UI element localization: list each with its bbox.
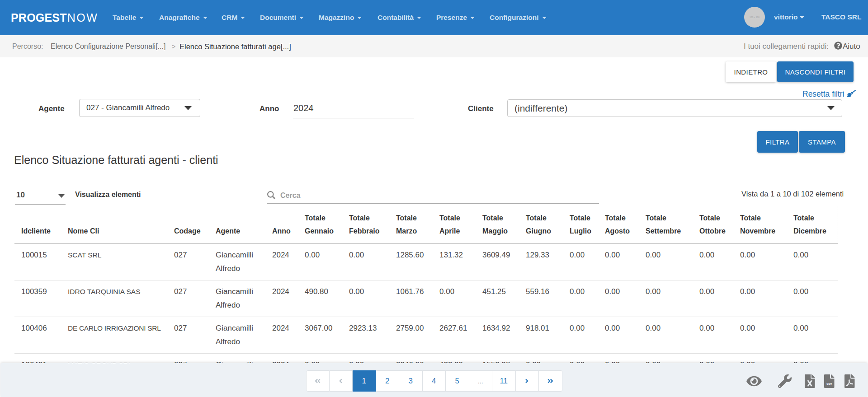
svg-text:csv: csv xyxy=(826,382,832,386)
